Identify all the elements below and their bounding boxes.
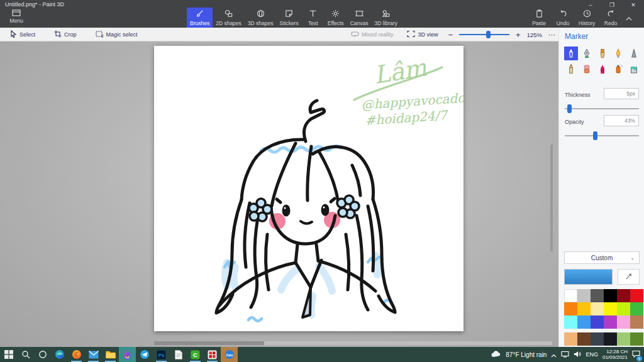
custom-label: Custom [591,255,613,261]
network-icon[interactable] [561,349,569,360]
brush-watercolour[interactable] [611,47,625,60]
horizontal-scrollbar[interactable] [154,341,552,345]
color-swatch[interactable] [630,289,643,302]
brush-oil-brush[interactable] [596,47,609,60]
color-swatch[interactable] [564,289,577,302]
telegram-icon[interactable] [136,347,153,362]
language-indicator[interactable]: ENG [586,351,598,358]
vertical-scrollbar[interactable] [550,145,553,251]
taskbar-clock[interactable]: 12:28 CH 01/09/2021 [602,349,628,360]
svg-text:C: C [193,351,197,358]
tab-text[interactable]: Text [302,8,325,28]
history-button[interactable]: History [575,8,599,26]
color-swatch[interactable] [630,332,643,346]
3d-library-icon [381,8,391,20]
more-options-icon[interactable]: ⋯ [548,31,556,39]
menu-label: Menu [4,18,29,24]
color-swatch[interactable] [604,315,617,329]
tab-3d-library[interactable]: 3D library [372,8,401,28]
menu-button[interactable]: Menu [4,8,29,24]
color-swatch[interactable] [577,332,591,346]
3d-view-button[interactable]: 3D view [403,28,441,41]
tab-2d-shapes[interactable]: 2D shapes [213,8,245,28]
tab-canvas[interactable]: Canvas [347,8,372,28]
color-swatch[interactable] [564,315,577,329]
color-swatch[interactable] [564,302,577,315]
firefox-icon[interactable] [68,347,85,362]
color-swatch[interactable] [630,302,643,315]
color-swatch[interactable] [604,289,617,302]
tray-chevron-icon[interactable] [551,349,557,360]
clipchamp-icon[interactable]: C [187,347,204,362]
zoom-slider[interactable] [459,34,509,35]
brush-crayon[interactable] [596,62,609,76]
brush-pixel-pen[interactable] [627,47,641,60]
action-center-button[interactable]: 5 [632,349,640,360]
weather-text[interactable]: 87°F Light rain [506,351,547,358]
start-button[interactable] [0,347,17,362]
color-swatch[interactable] [564,332,577,346]
color-swatch[interactable] [617,315,630,329]
game-app-icon[interactable] [204,347,221,362]
brush-calligraphy-pen[interactable] [580,47,594,60]
tab-3d-shapes[interactable]: 3D shapes [245,8,277,28]
horizontal-scrollbar-thumb[interactable] [154,341,264,345]
search-icon[interactable] [17,347,34,362]
brush-spray-can[interactable] [611,62,625,76]
paint-3d-icon[interactable] [119,347,136,362]
select-button[interactable]: Select [6,28,39,41]
thickness-slider[interactable] [565,108,639,109]
opacity-slider-thumb[interactable] [593,131,597,140]
opacity-slider[interactable] [565,135,639,136]
color-swatch[interactable] [577,289,591,302]
zoom-slider-thumb[interactable] [486,31,491,38]
tab-effects[interactable]: Effects [325,8,347,28]
tab-brushes[interactable]: Brushes [187,8,213,28]
color-swatch[interactable] [604,332,617,346]
brush-pencil[interactable] [564,62,578,76]
color-swatch[interactable] [604,302,617,315]
current-color[interactable] [564,269,613,285]
drawing-canvas[interactable]: Lâm @happyavocado #hoidap24/7 [154,46,464,331]
paste-button[interactable]: Paste [527,8,551,26]
opacity-input[interactable]: 43% [604,115,639,126]
color-swatch[interactable] [591,302,604,315]
mixed-reality-button[interactable]: Mixed reality [347,28,397,41]
color-swatch[interactable] [591,315,604,329]
crop-button[interactable]: Crop [50,28,80,41]
tab-stickers[interactable]: Stickers [276,8,301,28]
color-swatch[interactable] [577,302,591,315]
custom-color-dropdown[interactable]: Custom ⌄ [564,251,640,264]
undo-button[interactable]: Undo [551,8,575,26]
notepad-icon[interactable] [170,347,187,362]
color-swatch[interactable] [577,315,591,329]
tools-toolbar: Select Crop Magic select Mixed reality 3… [0,28,558,41]
color-swatch[interactable] [591,289,604,302]
collapse-ribbon-button[interactable] [623,8,635,24]
weather-icon[interactable] [491,349,501,360]
zoom-percent[interactable]: 125% [527,31,542,38]
file-explorer-icon[interactable] [102,347,119,362]
color-swatch[interactable] [630,315,643,329]
cortana-icon[interactable] [34,347,51,362]
volume-icon[interactable] [574,349,581,360]
zoom-in-button[interactable]: + [516,30,521,40]
thickness-input[interactable]: 5px [604,88,639,99]
color-swatch[interactable] [591,332,604,346]
color-swatch[interactable] [617,289,630,302]
color-swatch[interactable] [617,302,630,315]
thickness-slider-thumb[interactable] [567,104,572,113]
brush-fill[interactable] [627,62,641,76]
brush-marker[interactable] [564,47,578,60]
zoom-out-button[interactable]: − [448,30,453,40]
zalo-icon[interactable]: Zalo [221,347,238,362]
redo-button[interactable]: Redo [599,8,623,26]
mail-icon[interactable] [85,347,102,362]
brush-eraser[interactable] [580,62,594,76]
photoshop-icon[interactable]: Ps [153,347,170,362]
magic-select-button[interactable]: Magic select [92,28,142,41]
workspace: Lâm @happyavocado #hoidap24/7 [0,41,558,347]
edge-icon[interactable] [51,347,68,362]
color-swatch[interactable] [617,332,630,346]
eyedropper-button[interactable] [618,269,640,285]
